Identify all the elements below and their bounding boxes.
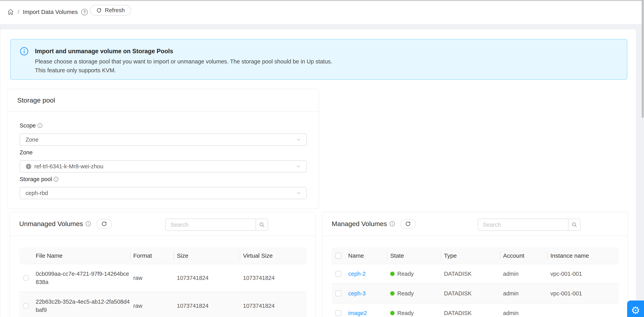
window-top-shadow xyxy=(0,0,644,1)
reload-icon xyxy=(96,8,102,13)
radio-button[interactable] xyxy=(23,303,29,309)
managed-info-icon xyxy=(390,221,395,227)
reload-icon xyxy=(405,221,411,227)
home-icon[interactable] xyxy=(7,9,14,16)
info-alert: Import and unmanage volume on Storage Po… xyxy=(10,39,627,80)
managed-volumes-table: Name State Type Account Instance name ce… xyxy=(332,247,619,317)
gear-icon: ⚙ xyxy=(631,305,640,315)
reload-icon xyxy=(101,221,107,227)
zone-select-value: ref-trl-6341-k-Mr8-wei-zhou xyxy=(34,163,103,170)
managed-table-header: Name State Type Account Instance name xyxy=(332,247,619,264)
search-icon xyxy=(572,222,577,228)
instance-name-cell: vpc-001-001 xyxy=(547,290,619,297)
unmanaged-volumes-table: File Name Format Size Virtual Size 0cb09… xyxy=(19,247,306,317)
virtual-size-cell: 1073741824 xyxy=(240,303,306,309)
volume-name-link[interactable]: ceph-2 xyxy=(348,271,366,277)
volume-name-link[interactable]: image2 xyxy=(348,310,367,316)
unmanaged-volumes-card: Unmanaged Volumes xyxy=(10,212,316,317)
unmanaged-search-input[interactable] xyxy=(165,219,256,231)
unmanaged-search xyxy=(165,219,268,231)
column-header-file-name: File Name xyxy=(32,247,130,264)
column-header-format: Format xyxy=(130,247,174,264)
column-header-state: State xyxy=(387,247,441,264)
virtual-size-cell: 1073741824 xyxy=(240,275,306,281)
status-dot xyxy=(390,272,394,276)
managed-search-input[interactable] xyxy=(478,219,568,231)
account-cell: admin xyxy=(500,290,547,297)
managed-refresh-button[interactable] xyxy=(400,219,416,229)
storage-pool-card-title: Storage pool xyxy=(8,89,319,112)
page: / Import Data Volumes ? Refresh xyxy=(0,0,644,317)
state-cell: Ready xyxy=(397,290,414,297)
refresh-label: Refresh xyxy=(105,7,125,14)
chevron-down-icon xyxy=(296,137,301,142)
managed-volumes-title: Managed Volumes xyxy=(332,220,387,228)
table-row: 0cb099aa-cc7e-4721-97f9-14264bce838a raw… xyxy=(19,264,306,292)
radio-button[interactable] xyxy=(23,275,29,281)
select-all-checkbox[interactable] xyxy=(336,253,341,259)
row-checkbox[interactable] xyxy=(336,271,341,277)
format-cell: raw xyxy=(130,275,174,281)
volume-name-link[interactable]: ceph-3 xyxy=(348,290,366,296)
breadcrumb-separator: / xyxy=(18,9,19,15)
info-circle-icon xyxy=(20,47,29,56)
table-row: ceph-2 Ready DATADISK admin vpc-001-001 xyxy=(332,264,619,283)
settings-fab-button[interactable]: ⚙ xyxy=(627,300,644,317)
table-row: ceph-3 Ready DATADISK admin vpc-001-001 xyxy=(332,283,619,303)
scrollbar-thumb[interactable] xyxy=(642,0,644,118)
scope-select-value: Zone xyxy=(26,137,38,143)
alert-description-2: This feature only supports KVM. xyxy=(35,67,116,74)
column-header-size: Size xyxy=(174,247,240,264)
type-cell: DATADISK xyxy=(441,290,500,297)
help-icon: ? xyxy=(81,9,88,15)
chevron-down-icon xyxy=(296,190,301,196)
managed-search-button[interactable] xyxy=(568,219,580,231)
alert-title: Import and unmanage volume on Storage Po… xyxy=(35,48,173,55)
breadcrumb-current: Import Data Volumes xyxy=(23,9,78,15)
managed-search xyxy=(478,219,580,231)
status-dot xyxy=(390,311,394,315)
search-icon xyxy=(259,222,265,228)
zone-label: Zone xyxy=(20,149,32,156)
column-header-type: Type xyxy=(441,247,500,264)
storage-pool-select-value: ceph-rbd xyxy=(26,190,48,196)
type-cell: DATADISK xyxy=(441,271,500,277)
instance-name-cell: vpc-001-001 xyxy=(547,271,619,277)
column-header-virtual-size: Virtual Size xyxy=(240,247,306,264)
scope-label: Scope xyxy=(20,122,42,129)
account-cell: admin xyxy=(500,271,547,277)
chevron-down-icon xyxy=(296,164,301,169)
storage-pool-label: Storage pool xyxy=(20,176,59,182)
breadcrumb: / Import Data Volumes ? xyxy=(7,0,88,24)
file-name-cell: 22b63c2b-352a-4ec5-ab12-2fa508d4baf9 xyxy=(36,298,130,313)
globe-icon xyxy=(26,163,32,169)
status-dot xyxy=(390,291,394,295)
main-panel: Import and unmanage volume on Storage Po… xyxy=(0,29,636,317)
table-row: 22b63c2b-352a-4ec5-ab12-2fa508d4baf9 raw… xyxy=(19,292,306,317)
unmanaged-volumes-title: Unmanaged Volumes xyxy=(19,220,83,228)
refresh-button[interactable]: Refresh xyxy=(90,5,131,16)
row-checkbox[interactable] xyxy=(336,310,341,316)
scope-select[interactable]: Zone xyxy=(20,134,307,146)
row-checkbox[interactable] xyxy=(336,290,341,296)
topbar: / Import Data Volumes ? Refresh xyxy=(0,0,644,24)
state-cell: Ready xyxy=(397,271,414,277)
unmanaged-search-button[interactable] xyxy=(256,219,268,231)
size-cell: 1073741824 xyxy=(174,303,240,309)
storage-pool-card: Storage pool Scope Zone Zone xyxy=(8,89,319,209)
scope-info-icon xyxy=(37,123,42,128)
table-row: image2 Ready DATADISK admin xyxy=(332,303,619,317)
account-cell: admin xyxy=(500,310,547,316)
unmanaged-info-icon xyxy=(86,221,91,227)
storage-pool-select[interactable]: ceph-rbd xyxy=(20,187,307,199)
zone-select[interactable]: ref-trl-6341-k-Mr8-wei-zhou xyxy=(20,160,307,172)
managed-volumes-card: Managed Volumes xyxy=(322,212,628,317)
type-cell: DATADISK xyxy=(441,310,500,316)
storage-pool-info-icon xyxy=(54,177,59,182)
unmanaged-table-header: File Name Format Size Virtual Size xyxy=(19,247,306,264)
unmanaged-refresh-button[interactable] xyxy=(96,219,112,229)
alert-description-1: Please choose a storage pool that you wa… xyxy=(35,58,332,65)
column-header-instance-name: Instance name xyxy=(547,247,619,264)
size-cell: 1073741824 xyxy=(174,275,240,281)
selection-column-header xyxy=(19,247,32,264)
